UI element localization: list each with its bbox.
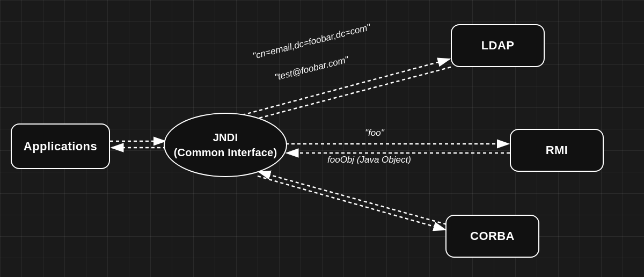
rmi-query-label: "foo" — [365, 128, 384, 138]
diagram-container: Applications JNDI(Common Interface) LDAP… — [0, 0, 644, 277]
ldap-result-label: "test@foobar.com" — [274, 54, 350, 83]
jndi-node: JNDI(Common Interface) — [164, 113, 287, 177]
corba-label: CORBA — [470, 229, 515, 243]
rmi-node: RMI — [510, 129, 604, 172]
applications-label: Applications — [24, 140, 97, 154]
arrow-jndi-to-corba — [258, 176, 445, 230]
ldap-label: LDAP — [481, 39, 515, 53]
rmi-label: RMI — [546, 143, 568, 157]
arrow-jndi-to-ldap — [231, 59, 450, 118]
arrow-corba-to-jndi — [259, 172, 447, 224]
rmi-result-label: fooObj (Java Object) — [327, 155, 411, 165]
arrow-ldap-to-jndi — [239, 67, 451, 123]
jndi-label: JNDI(Common Interface) — [174, 130, 277, 160]
corba-node: CORBA — [445, 215, 539, 258]
applications-node: Applications — [11, 123, 110, 169]
ldap-node: LDAP — [451, 24, 545, 67]
ldap-query-label: "cn=email,dc=foobar,dc=com" — [252, 22, 371, 62]
